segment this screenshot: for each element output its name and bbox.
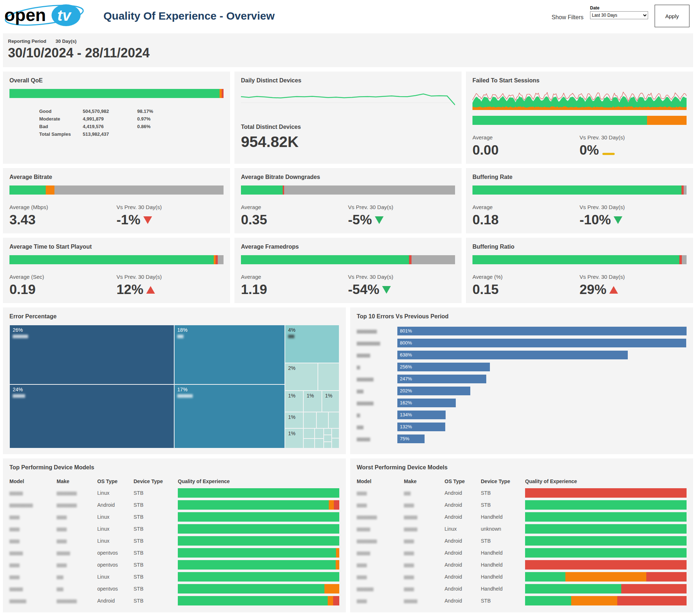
treemap-tile[interactable]: 24% ▆▆▆▆ xyxy=(9,384,174,448)
top10-error-row[interactable]: ▆▆ 132% xyxy=(357,421,687,433)
top10-error-row[interactable]: ▆ 134% xyxy=(357,409,687,421)
top10-error-row[interactable]: ▆▆▆▆ 638% xyxy=(357,349,687,361)
treemap-tile[interactable]: 1% xyxy=(285,412,303,428)
table-row[interactable]: ▆▆▆ ▆▆▆ opentvos STB xyxy=(9,559,339,571)
error-bar-value: 162% xyxy=(397,400,412,405)
table-row[interactable]: ▆▆▆▆▆ ▆▆▆ Android Handheld xyxy=(357,583,687,595)
treemap-tile[interactable]: 1% xyxy=(322,391,339,412)
treemap-tile[interactable]: 17% ▆▆▆▆▆ xyxy=(174,384,285,448)
metric-stacked-bar xyxy=(241,185,455,195)
qoe-legend-row: Bad 4,419,576 0.86% xyxy=(27,123,224,130)
top-performing-panel: Top Performing Device Models Model Make … xyxy=(3,458,346,612)
failed-sessions-area-chart xyxy=(472,89,687,110)
date-select[interactable]: Last 30 Days xyxy=(590,11,648,19)
os-type: Linux xyxy=(97,538,134,544)
legend-label: Good xyxy=(39,109,83,114)
treemap-tile[interactable]: 26% ▆▆▆▆▆ xyxy=(9,325,174,384)
table-row[interactable]: ▆▆▆ ▆▆▆ Android STB xyxy=(357,499,687,511)
treemap-tile-pct: 4% xyxy=(288,327,339,333)
model-redacted: ▆▆▆ xyxy=(357,562,404,567)
treemap-tile[interactable]: 1% xyxy=(303,391,322,412)
table-row[interactable]: ▆▆▆▆ ▆▆▆▆ Linux unknown xyxy=(357,523,687,535)
treemap-tile-pct: 24% xyxy=(13,387,174,392)
treemap-tile[interactable] xyxy=(324,435,332,441)
trend-triangle-icon xyxy=(614,216,622,224)
treemap-tile[interactable]: 4% ▆▆ xyxy=(285,325,339,363)
table-row[interactable]: ▆▆▆ ▆▆ Android STB xyxy=(357,487,687,499)
error-bar-value: 256% xyxy=(397,364,412,370)
treemap-tile[interactable]: 2% xyxy=(285,363,318,391)
card-overall-qoe: Overall QoE Good 504,570,982 98.17% Mode… xyxy=(3,72,230,164)
top10-error-row[interactable]: ▆▆ 202% xyxy=(357,385,687,397)
treemap-tile[interactable] xyxy=(316,412,328,428)
error-bar-value: 800% xyxy=(397,340,412,346)
table-row[interactable]: ▆▆▆▆ ▆▆▆▆▆▆ Linux STB xyxy=(9,487,339,499)
show-filters-button[interactable]: Show Filters xyxy=(552,14,584,21)
qoe-bar xyxy=(178,560,339,570)
legend-pct: 98.17% xyxy=(137,109,166,114)
table-row[interactable]: ▆▆▆ ▆▆▆▆ Android STB xyxy=(357,595,687,607)
error-bar-value: 202% xyxy=(397,388,412,393)
error-percentage-treemap: 26% ▆▆▆▆▆ 24% ▆▆▆▆ 18% ▆▆ 17% xyxy=(9,325,339,448)
top10-error-row[interactable]: ▆▆▆▆▆ 247% xyxy=(357,373,687,385)
total-samples-label: Total Samples xyxy=(39,131,83,137)
col-os-type: OS Type xyxy=(97,478,134,484)
legend-label: Bad xyxy=(39,124,83,129)
treemap-tile[interactable]: 1% xyxy=(285,391,303,412)
vs-prev-value: 29% xyxy=(580,282,606,297)
error-bar: 75% xyxy=(397,435,425,443)
table-row[interactable]: ▆▆▆▆ ▆▆▆ Android Handheld xyxy=(357,547,687,559)
treemap-tile[interactable] xyxy=(332,438,339,448)
treemap-tile[interactable] xyxy=(315,428,324,439)
treemap-tile[interactable] xyxy=(318,363,339,391)
model-redacted: ▆▆▆▆ xyxy=(9,550,57,555)
col-make: Make xyxy=(404,478,445,484)
col-device-type: Device Type xyxy=(134,478,178,484)
apply-button[interactable]: Apply xyxy=(655,5,689,27)
qoe-bar xyxy=(525,596,687,605)
treemap-tile[interactable] xyxy=(303,412,316,428)
treemap-tile[interactable]: 1% xyxy=(285,428,303,448)
table-row[interactable]: ▆▆▆▆ ▆▆ opentvos STB xyxy=(9,583,339,595)
error-bar: 202% xyxy=(397,387,470,395)
treemap-tile[interactable] xyxy=(315,438,324,448)
top10-error-row[interactable]: ▆▆▆▆▆▆ 801% xyxy=(357,325,687,337)
table-row[interactable]: ▆▆▆ ▆▆ Linux STB xyxy=(9,571,339,583)
table-row[interactable]: ▆▆▆▆▆▆ ▆▆▆ Android STB xyxy=(357,535,687,547)
treemap-tile[interactable] xyxy=(324,442,332,448)
top10-error-row[interactable]: ▆ 256% xyxy=(357,361,687,373)
device-models-section: Top Performing Device Models Model Make … xyxy=(3,458,693,612)
model-redacted: ▆▆▆ xyxy=(9,526,57,531)
metric-stacked-bar xyxy=(9,185,224,195)
table-row[interactable]: ▆▆▆▆ ▆▆▆▆ opentvos STB xyxy=(9,547,339,559)
treemap-tile[interactable] xyxy=(303,428,315,439)
treemap-tile[interactable] xyxy=(303,438,315,448)
qoe-bar xyxy=(178,536,339,546)
table-row[interactable]: ▆▆▆▆▆▆ ▆▆▆▆ Android Handheld xyxy=(357,511,687,523)
reporting-period-label: Reporting Period xyxy=(8,38,46,44)
date-label: Date xyxy=(590,5,648,11)
error-bar: 247% xyxy=(397,375,486,383)
top10-error-row[interactable]: ▆▆▆▆▆ 162% xyxy=(357,397,687,409)
error-label-redacted: ▆▆ xyxy=(357,388,397,393)
treemap-tile[interactable] xyxy=(324,428,332,435)
device-type: unknown xyxy=(481,526,525,532)
treemap-tile[interactable] xyxy=(332,428,339,438)
top10-error-row[interactable]: ▆▆▆▆ 75% xyxy=(357,433,687,445)
table-row[interactable]: ▆▆▆ ▆▆▆ Linux STB xyxy=(9,511,339,523)
error-bar: 800% xyxy=(397,339,686,347)
os-type: Android xyxy=(445,514,481,520)
error-bar-value: 638% xyxy=(397,352,412,358)
table-row[interactable]: ▆▆▆ ▆▆▆ Linux STB xyxy=(9,523,339,535)
top10-error-row[interactable]: ▆▆▆▆▆▆▆ 800% xyxy=(357,337,687,349)
table-row[interactable]: ▆▆▆ ▆▆▆ Android Handheld xyxy=(357,571,687,583)
treemap-tile[interactable] xyxy=(328,412,339,428)
treemap-tile[interactable]: 18% ▆▆ xyxy=(174,325,285,384)
table-row[interactable]: ▆▆▆▆▆▆▆ ▆▆▆▆▆▆ Android STB xyxy=(9,499,339,511)
total-distinct-devices-label: Total Distinct Devices xyxy=(241,124,455,130)
make-redacted: ▆▆ xyxy=(57,574,97,579)
table-row[interactable]: ▆▆▆ ▆▆▆ Android Handheld xyxy=(357,559,687,571)
table-row[interactable]: ▆▆▆▆▆ ▆▆▆▆▆▆ Android STB xyxy=(9,595,339,607)
table-row[interactable]: ▆▆▆ ▆▆▆ Linux STB xyxy=(9,535,339,547)
opentv-logo: open tv xyxy=(4,3,89,29)
